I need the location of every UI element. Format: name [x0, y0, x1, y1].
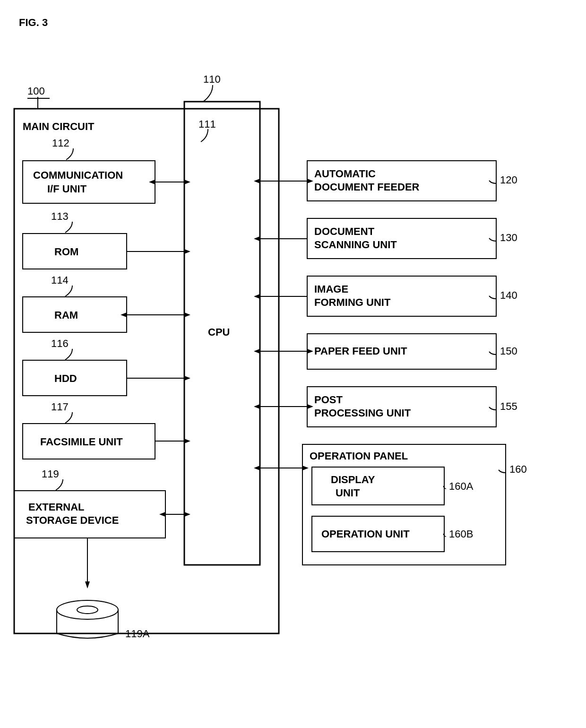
image-ref: 140 [500, 289, 517, 301]
diagram: FIG. 3 100 MAIN CIRCUIT 110 111 CPU 112 … [0, 0, 586, 728]
cpu-bus-ref: 110 [203, 73, 221, 85]
svg-marker-33 [307, 404, 313, 409]
adf-label2: DOCUMENT FEEDER [314, 181, 420, 193]
rom-label: ROM [54, 246, 78, 258]
svg-marker-9 [184, 312, 190, 317]
paper-ref: 150 [500, 345, 517, 357]
post-label2: PROCESSING UNIT [314, 407, 411, 419]
hdd-label: HDD [54, 373, 77, 384]
fig-title: FIG. 3 [19, 17, 48, 28]
svg-marker-25 [254, 236, 260, 241]
ext-label1: EXTERNAL [28, 501, 85, 513]
svg-marker-18 [85, 581, 90, 589]
disk-inner [77, 606, 98, 614]
disk-outer [57, 600, 118, 619]
svg-marker-22 [254, 179, 260, 183]
main-circuit-label: MAIN CIRCUIT [23, 121, 95, 132]
svg-marker-32 [254, 404, 260, 409]
op-panel-ref: 160 [509, 463, 527, 475]
comm-if-ref: 112 [52, 137, 69, 149]
op-unit-label: OPERATION UNIT [321, 528, 410, 540]
ext-ref: 119 [42, 468, 59, 480]
adf-label1: AUTOMATIC [314, 168, 376, 180]
svg-marker-4 [184, 180, 190, 184]
svg-marker-23 [307, 179, 313, 183]
post-label1: POST [314, 394, 343, 406]
fax-label: FACSIMILE UNIT [40, 436, 123, 448]
ram-label: RAM [54, 309, 78, 321]
display-box [312, 467, 444, 505]
ram-ref: 114 [51, 274, 69, 286]
svg-marker-36 [302, 466, 309, 470]
main-ref-label: 100 [27, 85, 45, 97]
adf-ref: 120 [500, 174, 517, 186]
display-label2: UNIT [336, 487, 360, 499]
paper-label: PAPER FEED UNIT [314, 345, 407, 357]
svg-marker-3 [149, 180, 155, 184]
svg-marker-16 [184, 512, 190, 517]
svg-marker-6 [184, 249, 190, 254]
ext-label2: STORAGE DEVICE [26, 514, 119, 526]
display-ref: 160A [449, 480, 474, 492]
image-label1: IMAGE [314, 283, 348, 295]
disk-ref: 119A [125, 628, 150, 640]
comm-if-label2: I/F UNIT [47, 183, 87, 195]
display-label1: DISPLAY [331, 474, 375, 485]
comm-if-box [23, 161, 155, 203]
svg-marker-27 [254, 294, 260, 299]
svg-marker-35 [254, 466, 260, 470]
scan-label1: DOCUMENT [314, 225, 375, 237]
scan-ref: 130 [500, 232, 517, 243]
comm-if-label1: COMMUNICATION [33, 169, 123, 181]
image-label2: FORMING UNIT [314, 296, 391, 308]
svg-marker-11 [184, 376, 190, 381]
svg-marker-29 [254, 349, 260, 354]
svg-marker-30 [307, 349, 313, 354]
cpu-ref-label: 111 [198, 118, 216, 130]
svg-marker-8 [121, 312, 127, 317]
fax-ref: 117 [51, 401, 69, 413]
hdd-ref: 116 [51, 338, 69, 349]
op-unit-ref: 160B [449, 528, 473, 540]
svg-marker-15 [159, 512, 165, 517]
op-panel-label: OPERATION PANEL [310, 450, 408, 462]
scan-label2: SCANNING UNIT [314, 239, 397, 251]
rom-ref: 113 [51, 210, 69, 222]
cpu-label: CPU [208, 326, 230, 338]
svg-marker-13 [184, 439, 190, 443]
post-ref: 155 [500, 400, 517, 412]
